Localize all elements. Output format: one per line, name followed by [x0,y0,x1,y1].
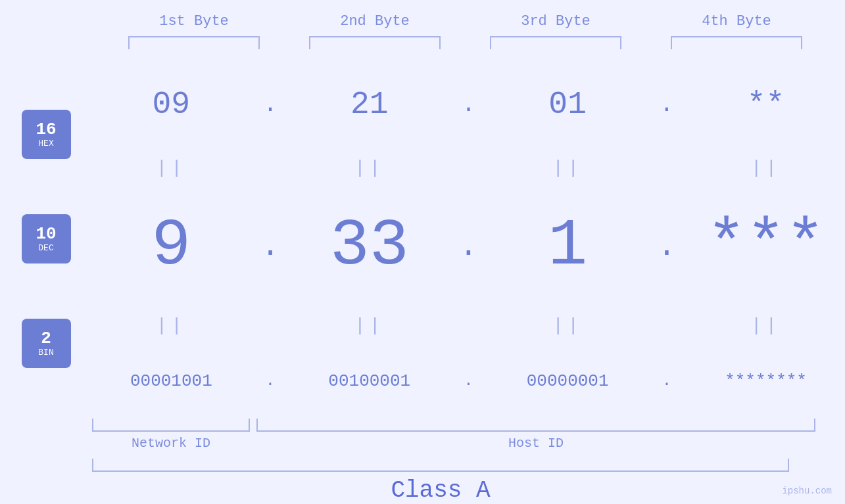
bracket-b1 [128,36,260,49]
bracket-b4 [671,36,802,49]
eq1-b1: || [99,158,243,178]
data-area: 09 . 21 . 01 . ** || || [92,62,845,415]
equals-row-1: || || || || [92,158,845,178]
bracket-b3 [490,36,621,49]
bracket-b2 [309,36,441,49]
dec-dot2: . [455,229,481,264]
dec-badge-num: 10 [36,225,56,244]
top-bracket [104,36,827,49]
hex-dot1: . [257,91,283,118]
hex-dot2: . [455,91,481,118]
hex-b2: 21 [297,87,442,122]
bin-b2: 00100001 [297,371,442,391]
eq2-b1: || [99,315,243,336]
bin-dot1: . [257,372,283,390]
eq2-b4: || [694,315,838,336]
dec-row: 9 . 33 . 1 . *** [92,214,845,279]
hex-b1: 09 [99,87,243,122]
eq2-b2: || [297,315,442,336]
network-host-brackets [92,419,815,432]
hex-badge-num: 16 [36,120,56,139]
byte1-header: 1st Byte [122,13,266,30]
network-id-label: Network ID [92,436,250,451]
hex-badge-label: HEX [38,139,53,149]
hex-b3: 01 [495,87,640,122]
id-labels: Network ID Host ID [92,436,815,451]
bottom-section: Network ID Host ID Class A [0,419,845,504]
host-id-label: Host ID [256,436,815,451]
byte2-header: 2nd Byte [302,13,447,30]
dec-dot3: . [654,229,680,264]
bin-row: 00001001 . 00100001 . 00000001 . *******… [92,371,845,391]
byte3-header: 3rd Byte [483,13,628,30]
hex-dot3: . [654,91,680,118]
bin-badge-num: 2 [41,329,51,348]
main-container: 1st Byte 2nd Byte 3rd Byte 4th Byte 16 H… [0,0,845,504]
dec-b1: 9 [99,214,243,279]
dec-b4: *** [694,214,838,279]
bin-badge: 2 BIN [22,319,71,368]
dec-b2: 33 [297,214,442,279]
badges-column: 16 HEX 10 DEC 2 BIN [0,62,92,415]
hex-badge: 16 HEX [22,110,71,159]
bin-b3: 00000001 [495,371,640,391]
eq1-b4: || [694,158,838,178]
watermark: ipshu.com [782,486,832,496]
eq1-b2: || [297,158,442,178]
hex-b4: ** [694,87,838,122]
eq2-b3: || [495,315,640,336]
bin-dot3: . [654,372,680,390]
dec-dot1: . [257,229,283,264]
outer-bracket [92,459,789,472]
bin-b4: ******** [694,371,838,391]
class-label: Class A [92,477,789,504]
host-bracket [256,419,815,432]
hex-row: 09 . 21 . 01 . ** [92,87,845,122]
dec-badge-label: DEC [38,243,53,253]
dec-badge: 10 DEC [22,214,71,263]
eq1-b3: || [495,158,640,178]
byte4-header: 4th Byte [664,13,809,30]
network-bracket [92,419,250,432]
dec-b3: 1 [495,214,640,279]
bin-badge-label: BIN [38,348,53,357]
main-grid: 16 HEX 10 DEC 2 BIN 09 . 21 [0,62,845,415]
bin-b1: 00001001 [99,371,243,391]
equals-row-2: || || || || [92,315,845,336]
byte-headers: 1st Byte 2nd Byte 3rd Byte 4th Byte [104,13,827,30]
bin-dot2: . [455,372,481,390]
